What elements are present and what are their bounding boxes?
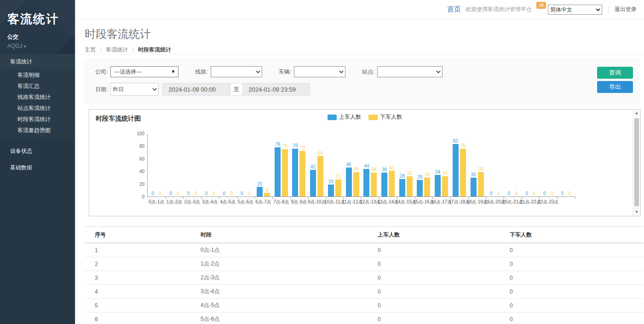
chart-category-group: 001点-2点 [166,134,184,197]
breadcrumb-home[interactable]: 主页 [85,46,96,53]
chart-category-group: 463911点-12点 [344,134,362,197]
scrollbar-thumb[interactable] [634,118,639,206]
y-tick-label: 0 [128,194,144,199]
bar-value-label: 30 [471,172,476,177]
bar-column: 0 [567,133,573,197]
legend-item[interactable]: 下车人数 [368,113,402,121]
sidebar: 客流统计 公交 AQGJ 客流统计 客流明细客流汇总线路客流统计站点客流统计时段… [0,0,75,324]
table-cell: 0点-1点 [190,243,368,257]
scrollbar-up-arrow-icon[interactable]: ▲ [633,110,640,117]
chart-category-group: 0019点-20点 [486,134,504,197]
sidebar-subitem-2[interactable]: 线路客流统计 [0,92,75,103]
bar-value-label: 64 [318,150,323,156]
sidebar-subitem-5[interactable]: 客流量趋势图 [0,125,75,136]
table-row: 65点-6点00 [85,312,644,324]
bar-value-label: 41 [389,165,394,170]
chart-category-group: 004点-5点 [219,134,237,197]
bar-column: 83 [453,133,459,197]
bar-value-label: 30 [425,172,430,177]
line-select[interactable] [211,66,262,77]
table-cell: 3点-4点 [190,285,368,299]
vehicle-select[interactable] [294,66,345,77]
sidebar-subitem-0[interactable]: 客流明细 [0,69,75,81]
legend-swatch-icon [368,115,378,120]
bar-value-label: 0 [533,191,535,196]
bar [417,180,423,197]
y-tick-label: 100 [128,131,144,136]
export-button[interactable]: 导出 [597,81,633,93]
sidebar-subitem-1[interactable]: 客流汇总 [0,81,75,92]
home-link[interactable]: 首页 [447,5,461,14]
bar-value-label: 0 [223,191,225,196]
legend-item[interactable]: 上车人数 [328,113,361,121]
sidebar-subitem-4[interactable]: 时段客流统计 [0,114,75,125]
brand-area: 客流统计 公交 AQGJ [0,0,75,54]
chart-category-group: 837617点-18点 [450,134,468,197]
bar-value-label: 0 [490,191,493,196]
bar-value-label: 0 [543,191,546,196]
bar-column: 38 [381,133,387,197]
scrollbar-down-arrow-icon[interactable]: ▼ [633,208,640,216]
date-from-input[interactable] [162,83,230,96]
sidebar-section-0[interactable]: 设备状态 [0,144,75,158]
chart-legend: 上车人数下车人数 [328,113,402,121]
table-cell: 0 [368,285,500,299]
query-button[interactable]: 查询 [597,67,633,79]
logout-link[interactable]: 退出登录 [615,6,637,13]
legend-label: 上车人数 [339,113,361,121]
bar [292,149,298,197]
language-select[interactable]: 简体中文 [548,5,602,15]
chart-category-group: 42649点-10点 [308,134,326,197]
sidebar-submenu: 客流明细客流汇总线路客流统计站点客流统计时段客流统计客流量趋势图 [0,68,75,139]
bar-value-label: 0 [152,191,155,196]
x-axis-label: 1点-2点 [167,199,182,205]
table-cell: 0 [368,243,500,257]
table-cell: 0 [500,285,644,299]
bar [389,171,395,197]
company-select[interactable]: ---请选择--- [110,66,178,77]
chart-scrollbar[interactable]: ▲ ▼ [632,110,640,216]
y-tick-label: 40 [128,169,144,174]
chart-category-group: 000点-1点 [148,134,166,197]
bar [363,169,369,197]
chart-category-group: 283214点-15点 [397,134,415,197]
bar-column: 0 [246,133,252,197]
breadcrumb-current: 时段客流统计 [138,46,171,53]
x-axis-label: 7点-8点 [273,199,289,205]
bar [346,168,352,197]
table-cell: 0 [500,271,644,285]
chart-plot-area: 000点-1点001点-2点002点-3点003点-4点004点-5点005点-… [147,134,575,197]
bar-column: 76 [292,133,298,197]
bar-column: 0 [541,133,547,197]
bar-column: 39 [353,133,359,197]
bar-column: 0 [559,133,565,197]
bar-column: 6 [264,133,270,197]
bar-column: 46 [346,133,352,197]
station-select[interactable] [377,66,443,77]
station-label: 站点: [362,68,374,76]
bar-value-label: 39 [478,167,483,172]
date-preset-select[interactable]: 昨日 [110,83,159,96]
sidebar-section-1[interactable]: 基础数据 [0,161,75,174]
table-cell: 0 [368,257,500,271]
chart-category-group: 303918点-19点 [468,134,486,197]
y-tick-label: 60 [128,156,144,162]
sidebar-subitem-3[interactable]: 站点客流统计 [0,103,75,114]
breadcrumb-section[interactable]: 客流统计 [106,46,128,53]
org-code-dropdown[interactable]: AQGJ [7,43,68,49]
bar-value-label: 39 [354,167,359,172]
table-header-row: 序号 时段 上车人数 下车人数 [85,227,644,243]
notification-badge[interactable]: 34 [536,2,546,9]
bar [407,176,413,197]
bar-value-label: 0 [561,191,564,196]
table-cell: 1点-2点 [190,257,368,271]
bar-value-label: 0 [515,191,518,196]
bar [399,179,405,197]
legend-swatch-icon [328,115,337,120]
table-cell: 1 [85,243,190,257]
bar-value-label: 15 [257,181,262,186]
sidebar-item-passenger-stats[interactable]: 客流统计 [0,54,75,68]
bar-value-label: 0 [230,191,233,196]
x-axis-label: 0点-1点 [149,199,164,205]
date-to-input[interactable] [243,83,310,96]
